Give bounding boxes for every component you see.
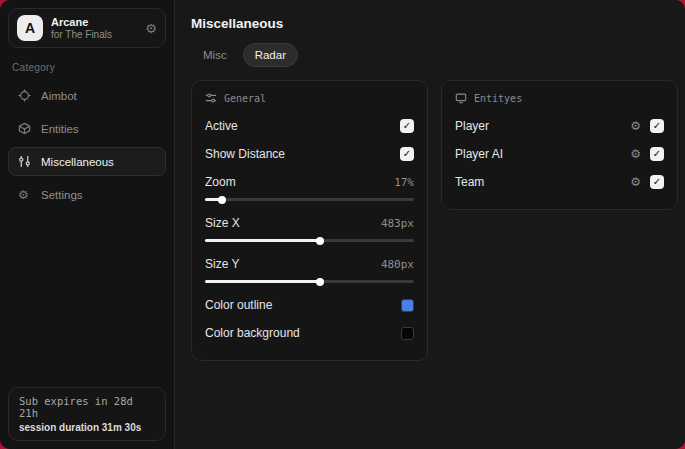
sidebar-item-label: Aimbot — [41, 90, 77, 102]
sidebar-menu: Aimbot Entities — [8, 81, 166, 210]
setting-label: Zoom — [205, 175, 236, 189]
sliders-icon — [18, 155, 32, 168]
sub-expires-text: Sub expires in 28d 21h — [19, 395, 155, 419]
crosshair-icon — [18, 89, 32, 102]
gear-icon[interactable]: ⚙ — [630, 120, 641, 132]
main-content: Miscellaneous Misc Radar General — [175, 0, 685, 449]
sidebar-item-entities[interactable]: Entities — [8, 114, 166, 143]
cube-icon — [18, 122, 32, 135]
gear-icon[interactable]: ⚙ — [630, 148, 641, 160]
sidebar-item-label: Settings — [41, 189, 83, 201]
size-x-slider[interactable] — [205, 239, 414, 242]
tab-radar[interactable]: Radar — [243, 43, 298, 67]
size-y-slider[interactable] — [205, 280, 414, 283]
general-panel: General Active ✓ Show Distance ✓ Zoom 17… — [191, 80, 428, 361]
entities-panel-header: Entityes — [455, 92, 664, 104]
sidebar: A Arcane for The Finals ⚙ Category Aimbo… — [0, 0, 175, 449]
entity-label: Player — [455, 119, 489, 133]
subscription-card: Sub expires in 28d 21h session duration … — [8, 387, 166, 441]
app-name: Arcane — [51, 16, 137, 29]
setting-row-show-distance: Show Distance ✓ — [205, 142, 414, 166]
active-checkbox[interactable]: ✓ — [400, 119, 414, 133]
monitor-icon — [455, 92, 467, 104]
color-background-swatch[interactable] — [401, 327, 414, 340]
entity-row-team: Team ⚙ ✓ — [455, 170, 664, 194]
setting-label: Size X — [205, 216, 240, 230]
entities-panel: Entityes Player ⚙ ✓ Player AI ⚙ ✓ — [441, 80, 678, 210]
app-window: A Arcane for The Finals ⚙ Category Aimbo… — [0, 0, 685, 449]
gear-icon: ⚙ — [18, 188, 32, 202]
page-title: Miscellaneous — [191, 16, 678, 31]
entity-label: Player AI — [455, 147, 503, 161]
gear-icon[interactable]: ⚙ — [145, 21, 157, 36]
entity-row-player-ai: Player AI ⚙ ✓ — [455, 142, 664, 166]
app-header-card: A Arcane for The Finals ⚙ — [8, 8, 166, 48]
category-label: Category — [12, 62, 162, 73]
size-y-value: 480px — [381, 258, 414, 271]
sidebar-item-settings[interactable]: ⚙ Settings — [8, 180, 166, 210]
setting-row-size-x: Size X 483px — [205, 211, 414, 235]
zoom-slider[interactable] — [205, 198, 414, 201]
sidebar-item-label: Miscellaneous — [41, 156, 114, 168]
size-x-slider-fill — [205, 239, 320, 242]
sidebar-item-miscellaneous[interactable]: Miscellaneous — [8, 147, 166, 176]
setting-label: Active — [205, 119, 238, 133]
color-outline-swatch[interactable] — [401, 299, 414, 312]
setting-row-color-background: Color background — [205, 321, 414, 345]
setting-label: Show Distance — [205, 147, 285, 161]
show-distance-checkbox[interactable]: ✓ — [400, 147, 414, 161]
player-ai-checkbox[interactable]: ✓ — [650, 147, 664, 161]
setting-label: Color outline — [205, 298, 272, 312]
size-y-slider-fill — [205, 280, 320, 283]
general-panel-header: General — [205, 92, 414, 104]
tab-bar: Misc Radar — [191, 43, 678, 67]
entities-panel-title: Entityes — [474, 93, 522, 104]
setting-label: Size Y — [205, 257, 239, 271]
setting-row-size-y: Size Y 480px — [205, 252, 414, 276]
session-duration-text: session duration 31m 30s — [19, 422, 155, 433]
gear-icon[interactable]: ⚙ — [630, 176, 641, 188]
sidebar-item-label: Entities — [41, 123, 79, 135]
entity-label: Team — [455, 175, 484, 189]
setting-row-color-outline: Color outline — [205, 293, 414, 317]
app-subtitle: for The Finals — [51, 29, 137, 41]
tab-misc[interactable]: Misc — [191, 43, 239, 67]
entity-row-player: Player ⚙ ✓ — [455, 114, 664, 138]
panels-row: General Active ✓ Show Distance ✓ Zoom 17… — [191, 80, 678, 361]
zoom-slider-fill — [205, 198, 222, 201]
setting-row-zoom: Zoom 17% — [205, 170, 414, 194]
setting-row-active: Active ✓ — [205, 114, 414, 138]
zoom-value: 17% — [394, 176, 414, 189]
general-panel-title: General — [224, 93, 266, 104]
sliders-icon — [205, 92, 217, 104]
setting-label: Color background — [205, 326, 300, 340]
sidebar-item-aimbot[interactable]: Aimbot — [8, 81, 166, 110]
app-logo: A — [17, 15, 43, 41]
player-checkbox[interactable]: ✓ — [650, 119, 664, 133]
size-x-value: 483px — [381, 217, 414, 230]
team-checkbox[interactable]: ✓ — [650, 175, 664, 189]
app-meta: Arcane for The Finals — [51, 16, 137, 40]
